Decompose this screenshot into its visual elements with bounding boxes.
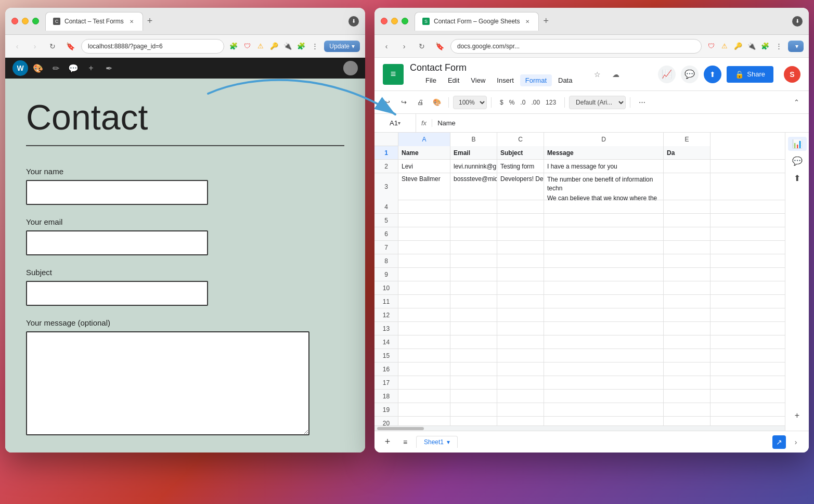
sheets-back-button[interactable]: ‹ xyxy=(380,40,393,53)
cell-ref-dropdown[interactable]: ▾ xyxy=(398,120,400,126)
menu-file[interactable]: File xyxy=(420,74,442,86)
sheets-close-button[interactable] xyxy=(381,18,387,24)
col-header-a[interactable]: A xyxy=(398,133,450,146)
cell-a3[interactable]: Steve Ballmer xyxy=(398,173,450,200)
new-tab-button[interactable]: + xyxy=(143,16,157,27)
cell-e4[interactable] xyxy=(664,200,710,213)
col-header-d[interactable]: D xyxy=(544,133,664,146)
edit-icon[interactable]: ✏ xyxy=(48,60,63,76)
row-num-14[interactable]: 14 xyxy=(374,335,398,348)
sheets-bookmark-button[interactable]: 🔖 xyxy=(433,40,446,53)
minimize-button[interactable] xyxy=(22,18,29,24)
cell-e2[interactable] xyxy=(664,160,710,173)
cell-reference-box[interactable]: A1 ▾ xyxy=(374,114,416,133)
sheets-tab[interactable]: S Contact Form – Google Sheets ✕ xyxy=(415,12,539,31)
sheets-user-avatar[interactable]: S xyxy=(784,66,800,83)
menu-data[interactable]: Data xyxy=(553,74,577,86)
col-header-e[interactable]: E xyxy=(664,133,710,146)
sheets-dots-icon[interactable]: ⋮ xyxy=(773,41,784,51)
cell-a2[interactable]: Levi xyxy=(398,160,450,173)
chart-icon[interactable]: 📈 xyxy=(658,66,676,83)
wp-tab-close[interactable]: ✕ xyxy=(128,18,135,25)
cell-c2[interactable]: Testing form xyxy=(497,160,544,173)
sheets-shield-icon[interactable]: 🛡 xyxy=(706,41,716,51)
comments-icon[interactable]: 💬 xyxy=(66,60,81,76)
scrollbar-thumb[interactable] xyxy=(377,427,424,430)
row-num-9[interactable]: 9 xyxy=(374,268,398,281)
menu-icon[interactable]: ⋮ xyxy=(309,41,320,51)
row-num-10[interactable]: 10 xyxy=(374,281,398,294)
explore-icon[interactable]: 📊 xyxy=(788,137,807,151)
row-num-6[interactable]: 6 xyxy=(374,227,398,240)
cell-b2[interactable]: levi.nunnink@gn xyxy=(450,160,497,173)
update-button[interactable]: Update ▾ xyxy=(324,41,360,52)
subject-input[interactable] xyxy=(26,281,208,306)
sheets-new-tab-button[interactable]: + xyxy=(539,16,553,27)
row-num-8[interactable]: 8 xyxy=(374,254,398,267)
sheets-puzzle-icon[interactable]: 🧩 xyxy=(760,41,770,51)
row-num-4[interactable]: 4 xyxy=(374,200,398,213)
menu-insert[interactable]: Insert xyxy=(492,74,519,86)
cell-a1[interactable]: Name xyxy=(398,146,450,159)
new-icon[interactable]: + xyxy=(83,60,99,76)
sheets-maximize-button[interactable] xyxy=(402,18,408,24)
menu-edit[interactable]: Edit xyxy=(443,74,464,86)
row-num-20[interactable]: 20 xyxy=(374,417,398,425)
col-header-c[interactable]: C xyxy=(497,133,544,146)
sidebar-history-icon[interactable]: ⬆ xyxy=(788,171,807,185)
row-num-16[interactable]: 16 xyxy=(374,363,398,376)
add-sheet-button[interactable]: + xyxy=(381,435,394,449)
sheets-collapse-sidebar-icon[interactable]: › xyxy=(789,435,803,449)
row-num-11[interactable]: 11 xyxy=(374,295,398,308)
row-num-12[interactable]: 12 xyxy=(374,308,398,321)
back-button[interactable]: ‹ xyxy=(10,40,24,53)
cell-c4[interactable] xyxy=(497,200,544,213)
percent-button[interactable]: % xyxy=(507,98,517,107)
extension-icon2[interactable]: 🔌 xyxy=(282,41,293,51)
reload-button[interactable]: ↻ xyxy=(46,40,59,53)
customize-icon[interactable]: 🎨 xyxy=(30,60,46,76)
bookmark-button[interactable]: 🔖 xyxy=(63,40,77,53)
horizontal-scrollbar[interactable] xyxy=(374,425,785,431)
undo-button[interactable]: ↩ xyxy=(380,95,394,110)
sheets-list-button[interactable]: ≡ xyxy=(398,435,412,449)
cell-d4[interactable] xyxy=(544,200,664,213)
add-sidebar-icon[interactable]: + xyxy=(788,408,807,422)
menu-view[interactable]: View xyxy=(466,74,490,86)
row-num-15[interactable]: 15 xyxy=(374,349,398,362)
address-input[interactable]: localhost:8888/?page_id=6 xyxy=(81,39,224,54)
wp-tab[interactable]: C Contact – Test Forms ✕ xyxy=(45,12,143,31)
cell-e3[interactable] xyxy=(664,173,710,200)
row-num-13[interactable]: 13 xyxy=(374,322,398,335)
decimal-dec-button[interactable]: .0 xyxy=(518,98,527,107)
sheet-tab-sheet1[interactable]: Sheet1 ▾ xyxy=(416,436,458,448)
close-button[interactable] xyxy=(11,18,18,24)
cell-d1[interactable]: Message xyxy=(544,146,664,159)
sheets-expand-icon[interactable]: ↗ xyxy=(772,435,786,449)
formula-content[interactable]: Name xyxy=(432,119,809,127)
print-button[interactable]: 🖨 xyxy=(413,95,428,110)
sheets-key-icon[interactable]: 🔑 xyxy=(733,41,743,51)
decimal-inc-button[interactable]: .00 xyxy=(529,98,542,107)
sheets-update-button[interactable]: ▾ xyxy=(788,41,804,52)
forward-button[interactable]: › xyxy=(28,40,42,53)
sheets-doc-title[interactable]: Contact Form xyxy=(410,62,577,73)
row-num-3[interactable]: 3 xyxy=(374,173,398,200)
paint-format-button[interactable]: 🎨 xyxy=(430,95,444,110)
sheets-reload-button[interactable]: ↻ xyxy=(415,40,429,53)
star-icon[interactable]: ☆ xyxy=(590,67,604,82)
dollar-button[interactable]: $ xyxy=(498,98,506,107)
history-icon[interactable]: ⬆ xyxy=(704,66,721,83)
row-num-2[interactable]: 2 xyxy=(374,160,398,173)
cell-c3[interactable]: Developers! Dev xyxy=(497,173,544,200)
row-num-1[interactable]: 1 xyxy=(374,146,398,159)
cell-d2[interactable]: I have a message for you xyxy=(544,160,664,173)
share-button[interactable]: 🔒 Share xyxy=(727,66,773,83)
sheets-ext-icon[interactable]: 🔌 xyxy=(746,41,757,51)
cloud-icon[interactable]: ☁ xyxy=(609,67,623,82)
sheets-forward-button[interactable]: › xyxy=(397,40,411,53)
cell-d3[interactable]: The number one benefit of information te… xyxy=(544,173,664,200)
menu-format[interactable]: Format xyxy=(520,74,552,86)
cell-b4[interactable] xyxy=(450,200,497,213)
row-num-19[interactable]: 19 xyxy=(374,403,398,416)
